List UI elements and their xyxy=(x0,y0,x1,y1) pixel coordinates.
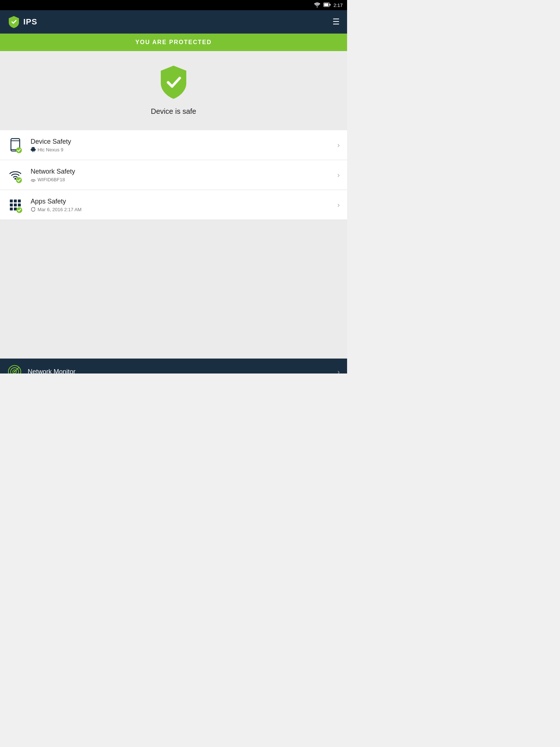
logo-text: IPS xyxy=(23,17,37,27)
protection-banner: YOU ARE PROTECTED xyxy=(0,34,347,51)
battery-status-icon xyxy=(323,3,331,8)
status-bar: 2:17 xyxy=(0,0,347,10)
network-monitor-chevron: › xyxy=(337,368,340,374)
network-safety-text: Network Safety WIFID6BF18 xyxy=(31,168,337,182)
svg-rect-21 xyxy=(14,200,17,202)
network-monitor-bar[interactable]: Network Monitor › xyxy=(0,359,347,374)
apps-safety-text: Apps Safety Mar 6, 2016 2:17 AM xyxy=(31,198,337,212)
apps-icon xyxy=(7,197,23,213)
device-safety-chevron: › xyxy=(337,141,340,149)
svg-point-17 xyxy=(15,178,16,179)
svg-point-7 xyxy=(15,150,16,151)
network-safety-title: Network Safety xyxy=(31,168,337,175)
network-monitor-icon xyxy=(7,364,22,374)
svg-rect-20 xyxy=(10,200,13,202)
menu-icon[interactable]: ☰ xyxy=(332,18,340,26)
svg-rect-10 xyxy=(31,149,35,151)
apps-safety-item[interactable]: Apps Safety Mar 6, 2016 2:17 AM › xyxy=(0,190,347,220)
svg-point-18 xyxy=(16,177,22,183)
signal-icon xyxy=(31,177,36,182)
svg-rect-25 xyxy=(18,204,21,206)
gray-area xyxy=(0,220,347,359)
svg-rect-23 xyxy=(10,204,13,206)
svg-rect-14 xyxy=(35,149,36,151)
svg-rect-12 xyxy=(34,151,34,152)
safe-section: Device is safe xyxy=(0,51,347,130)
menu-items: Device Safety Htc Nexus 9 › xyxy=(0,130,347,220)
network-monitor-label: Network Monitor xyxy=(28,368,337,374)
svg-point-15 xyxy=(32,148,32,148)
network-safety-subtitle: WIFID6BF18 xyxy=(31,177,337,182)
network-safety-icon-wrap xyxy=(7,167,31,183)
protection-text: YOU ARE PROTECTED xyxy=(135,39,211,46)
network-safety-item[interactable]: Network Safety WIFID6BF18 › xyxy=(0,160,347,190)
refresh-icon xyxy=(31,207,36,212)
phone-icon xyxy=(7,137,23,153)
svg-rect-11 xyxy=(32,151,33,152)
device-safety-item[interactable]: Device Safety Htc Nexus 9 › xyxy=(0,130,347,160)
apps-safety-chevron: › xyxy=(337,201,340,209)
svg-rect-24 xyxy=(14,204,17,206)
svg-point-8 xyxy=(16,147,22,153)
device-safety-subtitle: Htc Nexus 9 xyxy=(31,147,337,152)
android-icon xyxy=(31,147,36,152)
svg-point-28 xyxy=(16,207,22,213)
device-safety-text: Device Safety Htc Nexus 9 xyxy=(31,138,337,152)
wifi-icon xyxy=(7,167,23,183)
apps-safety-subtitle: Mar 6, 2016 2:17 AM xyxy=(31,207,337,212)
svg-rect-3 xyxy=(330,4,331,5)
svg-point-0 xyxy=(316,6,318,7)
svg-rect-13 xyxy=(31,149,31,151)
device-safety-title: Device Safety xyxy=(31,138,337,146)
svg-point-34 xyxy=(14,371,15,372)
device-safety-icon-wrap xyxy=(7,137,31,153)
network-monitor-icon-wrap xyxy=(7,364,28,374)
safe-shield-icon xyxy=(157,64,190,102)
svg-rect-27 xyxy=(14,208,17,210)
toolbar: IPS ☰ xyxy=(0,10,347,34)
apps-safety-icon-wrap xyxy=(7,197,31,213)
svg-point-16 xyxy=(34,148,34,148)
svg-rect-22 xyxy=(18,200,21,202)
ips-logo-icon xyxy=(7,15,20,28)
logo-area: IPS xyxy=(7,15,37,28)
apps-safety-title: Apps Safety xyxy=(31,198,337,205)
wifi-status-icon xyxy=(314,2,320,8)
svg-rect-26 xyxy=(10,208,13,210)
status-time: 2:17 xyxy=(334,3,343,8)
device-safe-label: Device is safe xyxy=(151,107,197,116)
svg-rect-2 xyxy=(324,3,328,6)
network-safety-chevron: › xyxy=(337,171,340,179)
svg-point-19 xyxy=(33,181,34,182)
